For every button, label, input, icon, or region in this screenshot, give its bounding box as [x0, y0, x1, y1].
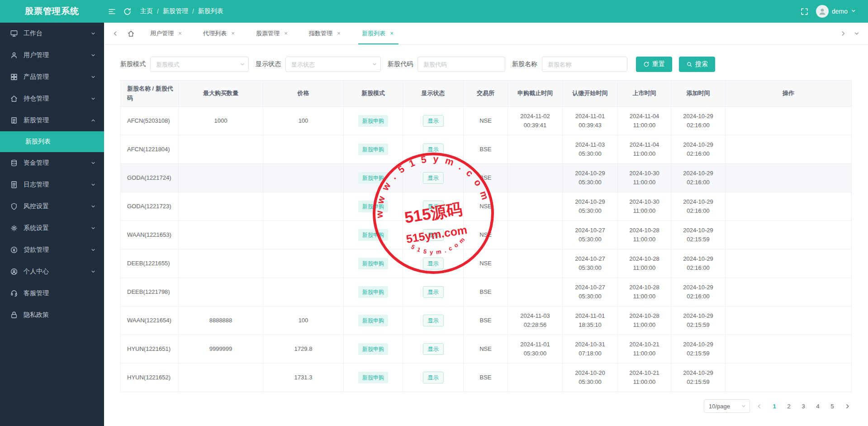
- cell-mode: 新股申购: [344, 164, 403, 192]
- sidebar-item-funds-mgmt[interactable]: 资金管理: [0, 152, 104, 174]
- cell-stock-name: DEEB(1221798): [121, 278, 179, 306]
- tab-stock-mgmt[interactable]: 股票管理×: [252, 23, 293, 44]
- tab-index-mgmt[interactable]: 指数管理×: [305, 23, 346, 44]
- filter-status-label: 显示状态: [256, 60, 281, 68]
- chevron-down-icon: [90, 96, 96, 101]
- cell-listing-time: 2024-11-04 11:00:00: [618, 135, 671, 164]
- reset-button[interactable]: 重置: [636, 57, 672, 72]
- filter-status-input[interactable]: [285, 57, 381, 72]
- filter-code-input[interactable]: [417, 57, 505, 72]
- page-size-select[interactable]: 10/page: [704, 399, 750, 413]
- cell-status: 显示: [403, 107, 464, 135]
- cell-mode: 新股申购: [344, 192, 403, 221]
- sidebar-item-privacy-policy[interactable]: 隐私政策: [0, 304, 104, 326]
- content-area: 新股模式 显示状态 新股代码 新股名称: [104, 45, 868, 426]
- cell-deadline: [508, 221, 563, 249]
- status-badge: 显示: [423, 144, 444, 156]
- cell-stock-name: WAAN(1221654): [121, 306, 179, 335]
- sidebar-item-user-mgmt[interactable]: 用户管理: [0, 44, 104, 66]
- cell-mode: 新股申购: [344, 306, 403, 335]
- collapse-sidebar-icon[interactable]: [104, 4, 119, 19]
- settings-icon: [10, 224, 18, 232]
- search-button[interactable]: 搜索: [679, 57, 715, 72]
- sidebar-item-risk-settings[interactable]: 风控设置: [0, 196, 104, 217]
- tabs-scroll-right-icon[interactable]: [837, 28, 849, 39]
- chevron-down-icon: [741, 403, 746, 409]
- status-badge: 显示: [423, 258, 444, 270]
- cell-start-time: 2024-10-27 05:30:00: [563, 221, 618, 249]
- sidebar-item-log-mgmt[interactable]: 日志管理: [0, 174, 104, 196]
- tabs-menu-icon[interactable]: [851, 28, 863, 39]
- page-number-1[interactable]: 1: [768, 403, 780, 410]
- funds-icon: [10, 159, 18, 167]
- sidebar-item-system-settings[interactable]: 系统设置: [0, 217, 104, 239]
- sidebar-item-new-stock-mgmt[interactable]: 新股管理: [0, 110, 104, 131]
- breadcrumb-item[interactable]: 新股管理: [163, 7, 188, 15]
- tab-close-icon[interactable]: ×: [336, 30, 342, 37]
- chevron-down-icon: [90, 53, 96, 58]
- sidebar-item-loan-mgmt[interactable]: 贷款管理: [0, 239, 104, 261]
- cell-start-time: 2024-10-27 05:30:00: [563, 249, 618, 278]
- cell-stock-name: DEEB(1221655): [121, 249, 179, 278]
- mode-badge: 新股申购: [358, 115, 388, 127]
- sidebar-item-position-mgmt[interactable]: 持仓管理: [0, 88, 104, 110]
- cell-added-time: 2024-10-29 02:16:00: [671, 135, 726, 164]
- tab-user-mgmt[interactable]: 用户管理×: [147, 23, 187, 44]
- tab-close-icon[interactable]: ×: [177, 30, 183, 37]
- prev-page-icon[interactable]: [755, 403, 763, 409]
- sidebar-item-profile-center[interactable]: 个人中心: [0, 261, 104, 282]
- cell-price: 100: [263, 306, 344, 335]
- filter-status-select[interactable]: [285, 57, 381, 72]
- sidebar-item-workbench[interactable]: 工作台: [0, 23, 104, 44]
- column-header: 上市时间: [618, 81, 671, 107]
- refresh-icon[interactable]: [119, 4, 135, 19]
- home-tab[interactable]: [124, 27, 138, 40]
- tab-new-stock-list[interactable]: 新股列表×: [358, 23, 398, 44]
- chevron-up-icon: [90, 118, 96, 123]
- chevron-down-icon: [90, 269, 96, 274]
- table-row: AFCN(1221804)新股申购显示BSE2024-11-03 05:30:0…: [121, 135, 852, 164]
- sidebar-subitem-new-stock-list[interactable]: 新股列表: [0, 131, 104, 152]
- tab-close-icon[interactable]: ×: [389, 30, 395, 37]
- cell-actions: [726, 107, 852, 135]
- cell-price: 1729.8: [263, 335, 344, 364]
- card-icon: [10, 116, 18, 124]
- user-icon: [10, 51, 18, 59]
- next-page-icon[interactable]: [844, 403, 851, 409]
- cell-mode: 新股申购: [344, 221, 403, 249]
- cell-exchange: BSE: [464, 278, 508, 306]
- tab-close-icon[interactable]: ×: [283, 30, 289, 37]
- page-number-2[interactable]: 2: [783, 403, 795, 410]
- filter-mode-select[interactable]: [150, 57, 249, 72]
- breadcrumb-item[interactable]: 新股列表: [198, 7, 223, 15]
- app-root: 股票管理系统 主页/新股管理/新股列表 demo 工作台用户管理产品管: [0, 0, 868, 426]
- filter-mode-input[interactable]: [150, 57, 249, 72]
- status-badge: 显示: [423, 115, 444, 127]
- page-number-3[interactable]: 3: [797, 403, 809, 410]
- fullscreen-icon[interactable]: [797, 4, 812, 19]
- column-header: 申购截止时间: [508, 81, 563, 107]
- sidebar-item-customer-service[interactable]: 客服管理: [0, 282, 104, 304]
- status-badge: 显示: [423, 286, 444, 298]
- search-icon: [686, 61, 693, 67]
- breadcrumb-item[interactable]: 主页: [140, 7, 153, 15]
- cell-status: 显示: [403, 135, 464, 164]
- user-menu[interactable]: demo: [816, 5, 856, 18]
- tab-agent-list[interactable]: 代理列表×: [199, 23, 240, 44]
- cell-max-buy: [179, 164, 263, 192]
- cell-start-time: 2024-10-20 05:30:00: [563, 364, 618, 392]
- mode-badge: 新股申购: [358, 315, 388, 327]
- tabs-scroll-left-icon[interactable]: [109, 28, 121, 39]
- mode-badge: 新股申购: [358, 144, 388, 156]
- page-number-4[interactable]: 4: [812, 403, 824, 410]
- filter-name-input[interactable]: [542, 57, 627, 72]
- tab-label: 新股列表: [362, 29, 385, 38]
- sidebar-item-product-mgmt[interactable]: 产品管理: [0, 66, 104, 88]
- cell-added-time: 2024-10-29 02:16:00: [671, 249, 726, 278]
- cell-status: 显示: [403, 306, 464, 335]
- page-number-5[interactable]: 5: [826, 403, 838, 410]
- chevron-down-icon: [90, 247, 96, 253]
- tab-close-icon[interactable]: ×: [230, 30, 236, 37]
- sidebar-item-label: 新股管理: [24, 116, 90, 124]
- table-row: HYUN(1221652)1731.3新股申购显示BSE2024-10-20 0…: [121, 364, 852, 392]
